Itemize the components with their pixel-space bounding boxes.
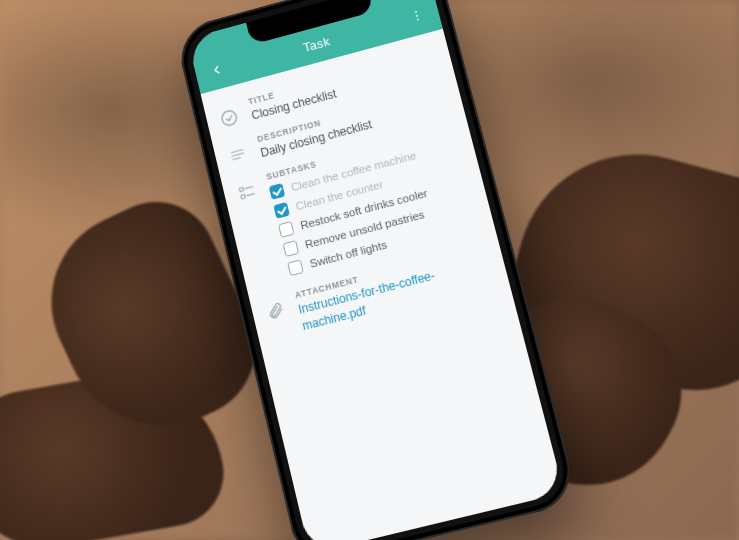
overflow-menu-button[interactable] (402, 2, 431, 31)
svg-point-1 (415, 15, 417, 17)
back-button[interactable] (202, 56, 230, 84)
subtask-checkbox[interactable] (278, 221, 295, 238)
svg-line-6 (233, 158, 240, 160)
subtask-checkbox[interactable] (287, 260, 304, 277)
svg-point-0 (414, 11, 416, 13)
more-vertical-icon (408, 7, 425, 24)
header-title: Task (301, 33, 331, 54)
svg-point-3 (220, 109, 237, 127)
svg-line-10 (247, 194, 254, 196)
svg-line-4 (231, 150, 242, 153)
subtask-checkbox[interactable] (268, 183, 285, 200)
svg-rect-9 (241, 195, 245, 199)
paperclip-icon (264, 300, 285, 322)
svg-point-2 (416, 18, 418, 20)
subtask-checkbox[interactable] (282, 240, 299, 257)
svg-line-8 (245, 187, 252, 189)
chevron-left-icon (208, 62, 224, 78)
svg-line-5 (232, 153, 243, 156)
text-lines-icon (227, 144, 248, 165)
svg-rect-7 (239, 188, 243, 192)
checkmark-circle-icon (217, 106, 240, 130)
checklist-icon (236, 182, 257, 203)
subtask-checkbox[interactable] (273, 202, 290, 219)
